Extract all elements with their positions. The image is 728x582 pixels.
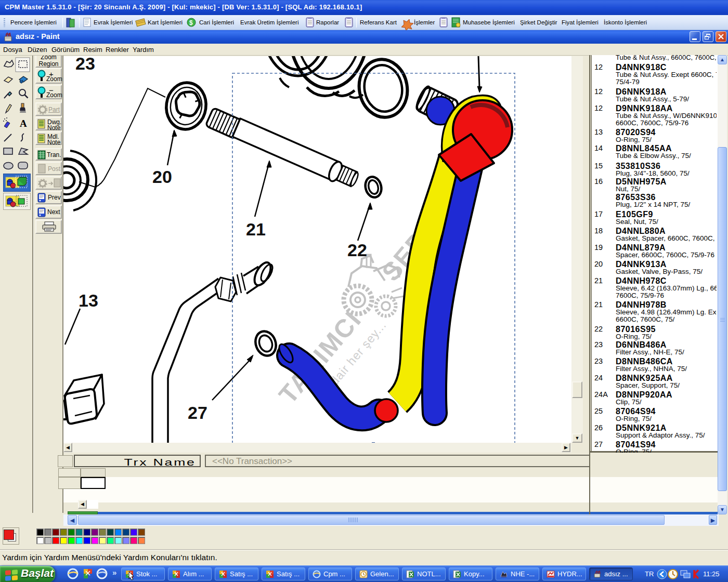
svg-text:»: »	[112, 568, 116, 577]
svg-text:21: 21	[246, 219, 266, 239]
svg-text:22: 22	[347, 240, 367, 260]
svg-text:$: $	[189, 19, 193, 27]
svg-text:27: 27	[188, 403, 207, 422]
svg-text:A: A	[20, 118, 27, 129]
svg-text:13: 13	[79, 290, 98, 310]
svg-text:20: 20	[152, 167, 172, 187]
svg-text:23: 23	[75, 56, 95, 73]
